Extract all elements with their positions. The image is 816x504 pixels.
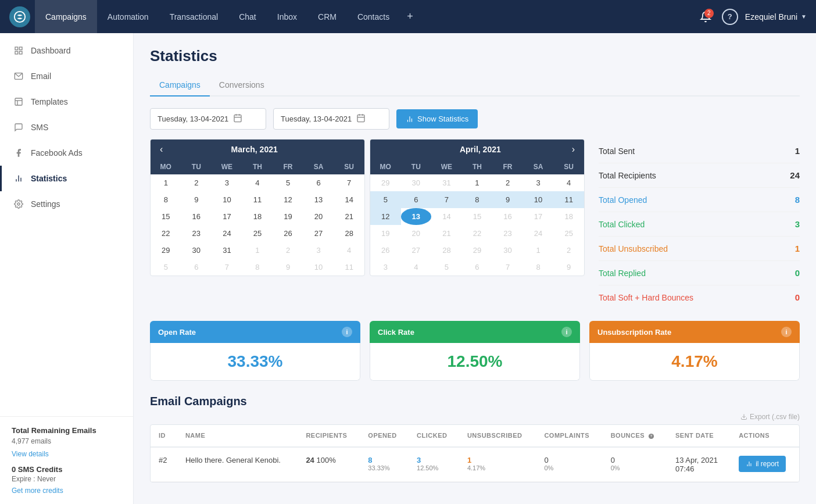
calendar-day[interactable]: 26 bbox=[370, 242, 401, 259]
calendar-day[interactable]: 29 bbox=[462, 242, 493, 259]
calendar-day[interactable]: 18 bbox=[242, 208, 273, 225]
calendar-day[interactable]: 5 bbox=[431, 259, 462, 276]
calendar-day[interactable]: 20 bbox=[401, 225, 432, 242]
calendar-day[interactable]: 15 bbox=[151, 208, 181, 225]
get-credits-link[interactable]: Get more credits bbox=[12, 487, 63, 495]
nav-item-automation[interactable]: Automation bbox=[97, 0, 159, 33]
calendar-day[interactable]: 10 bbox=[212, 191, 242, 208]
calendar-day[interactable]: 7 bbox=[334, 174, 364, 191]
calendar-day[interactable]: 26 bbox=[273, 225, 303, 242]
calendar-day[interactable]: 27 bbox=[303, 225, 334, 242]
calendar-day[interactable]: 6 bbox=[401, 191, 432, 208]
calendar-day[interactable]: 17 bbox=[212, 208, 242, 225]
calendar-day[interactable]: 24 bbox=[523, 225, 554, 242]
calendar-day[interactable]: 11 bbox=[334, 259, 364, 276]
calendar-day[interactable]: 17 bbox=[523, 208, 554, 225]
calendar-day[interactable]: 20 bbox=[303, 208, 334, 225]
calendar-day[interactable]: 1 bbox=[242, 242, 273, 259]
nav-item-inbox[interactable]: Inbox bbox=[267, 0, 307, 33]
calendar-day[interactable]: 13 bbox=[303, 191, 334, 208]
calendar-day[interactable]: 2 bbox=[492, 174, 523, 191]
calendar-day[interactable]: 12 bbox=[273, 191, 303, 208]
calendar-day[interactable]: 6 bbox=[181, 259, 212, 276]
calendar-day[interactable]: 19 bbox=[370, 225, 401, 242]
calendar-day[interactable]: 3 bbox=[303, 242, 334, 259]
report-button[interactable]: il report bbox=[739, 456, 786, 472]
calendar-day[interactable]: 14 bbox=[431, 208, 462, 225]
calendar-day[interactable]: 11 bbox=[553, 191, 584, 208]
nav-item-chat[interactable]: Chat bbox=[228, 0, 267, 33]
calendar-day[interactable]: 30 bbox=[181, 242, 212, 259]
calendar-day[interactable]: 29 bbox=[151, 242, 181, 259]
calendar-day[interactable]: 21 bbox=[431, 225, 462, 242]
calendar-day[interactable]: 18 bbox=[553, 208, 584, 225]
calendar-day[interactable]: 22 bbox=[151, 225, 181, 242]
calendar-day[interactable]: 31 bbox=[212, 242, 242, 259]
tab-conversions[interactable]: Conversions bbox=[210, 74, 274, 96]
calendar-day[interactable]: 16 bbox=[181, 208, 212, 225]
calendar-day[interactable]: 30 bbox=[492, 242, 523, 259]
nav-item-contacts[interactable]: Contacts bbox=[347, 0, 400, 33]
calendar-day[interactable]: 8 bbox=[242, 259, 273, 276]
help-button[interactable]: ? bbox=[722, 9, 738, 25]
calendar-next-button[interactable]: › bbox=[570, 144, 577, 155]
calendar-day[interactable]: 27 bbox=[401, 242, 432, 259]
calendar-day[interactable]: 2 bbox=[553, 242, 584, 259]
calendar-day[interactable]: 3 bbox=[523, 174, 554, 191]
sidebar-item-statistics[interactable]: Statistics bbox=[0, 166, 133, 191]
calendar-day[interactable]: 22 bbox=[462, 225, 493, 242]
view-details-link[interactable]: View details bbox=[12, 450, 49, 458]
date-to-input[interactable]: Tuesday, 13-04-2021 bbox=[273, 108, 389, 130]
nav-add-button[interactable]: + bbox=[400, 0, 420, 33]
calendar-day[interactable]: 5 bbox=[151, 259, 181, 276]
calendar-day[interactable]: 3 bbox=[370, 259, 401, 276]
calendar-day[interactable]: 1 bbox=[523, 242, 554, 259]
calendar-day[interactable]: 2 bbox=[181, 174, 212, 191]
sidebar-item-dashboard[interactable]: Dashboard bbox=[0, 38, 133, 63]
nav-item-crm[interactable]: CRM bbox=[307, 0, 347, 33]
calendar-day[interactable]: 4 bbox=[242, 174, 273, 191]
calendar-day[interactable]: 9 bbox=[181, 191, 212, 208]
export-link[interactable]: Export (.csv file) bbox=[740, 413, 800, 421]
calendar-day[interactable]: 9 bbox=[273, 259, 303, 276]
calendar-day[interactable]: 24 bbox=[212, 225, 242, 242]
calendar-day[interactable]: 6 bbox=[462, 259, 493, 276]
nav-item-campaigns[interactable]: Campaigns bbox=[35, 0, 97, 33]
nav-item-transactional[interactable]: Transactional bbox=[159, 0, 229, 33]
calendar-day[interactable]: 29 bbox=[370, 174, 401, 191]
calendar-day[interactable]: 4 bbox=[401, 259, 432, 276]
calendar-day[interactable]: 8 bbox=[151, 191, 181, 208]
calendar-day[interactable]: 7 bbox=[212, 259, 242, 276]
calendar-day[interactable]: 23 bbox=[181, 225, 212, 242]
calendar-day[interactable]: 13 bbox=[401, 208, 432, 225]
calendar-day[interactable]: 8 bbox=[462, 191, 493, 208]
calendar-day[interactable]: 21 bbox=[334, 208, 364, 225]
calendar-day[interactable]: 10 bbox=[303, 259, 334, 276]
calendar-prev-button[interactable]: ‹ bbox=[158, 144, 165, 155]
sidebar-item-templates[interactable]: Templates bbox=[0, 89, 133, 115]
calendar-day[interactable]: 28 bbox=[431, 242, 462, 259]
open-rate-info-icon[interactable]: i bbox=[342, 327, 352, 337]
unsub-rate-info-icon[interactable]: i bbox=[781, 327, 792, 337]
tab-campaigns[interactable]: Campaigns bbox=[150, 74, 210, 96]
calendar-day[interactable]: 6 bbox=[303, 174, 334, 191]
calendar-day[interactable]: 7 bbox=[492, 259, 523, 276]
calendar-day[interactable]: 31 bbox=[431, 174, 462, 191]
calendar-day[interactable]: 16 bbox=[492, 208, 523, 225]
show-statistics-button[interactable]: Show Statistics bbox=[396, 109, 478, 128]
calendar-day[interactable]: 23 bbox=[492, 225, 523, 242]
calendar-day[interactable]: 1 bbox=[151, 174, 181, 191]
calendar-day[interactable]: 25 bbox=[242, 225, 273, 242]
calendar-day[interactable]: 7 bbox=[431, 191, 462, 208]
sidebar-item-facebook-ads[interactable]: Facebook Ads bbox=[0, 140, 133, 166]
sidebar-item-settings[interactable]: Settings bbox=[0, 191, 133, 217]
click-rate-info-icon[interactable]: i bbox=[561, 327, 572, 337]
calendar-day[interactable]: 14 bbox=[334, 191, 364, 208]
calendar-day[interactable]: 8 bbox=[523, 259, 554, 276]
calendar-day[interactable]: 10 bbox=[523, 191, 554, 208]
calendar-day[interactable]: 5 bbox=[370, 191, 401, 208]
calendar-day[interactable]: 30 bbox=[401, 174, 432, 191]
app-logo[interactable] bbox=[9, 6, 30, 27]
calendar-day[interactable]: 19 bbox=[273, 208, 303, 225]
calendar-day[interactable]: 2 bbox=[273, 242, 303, 259]
